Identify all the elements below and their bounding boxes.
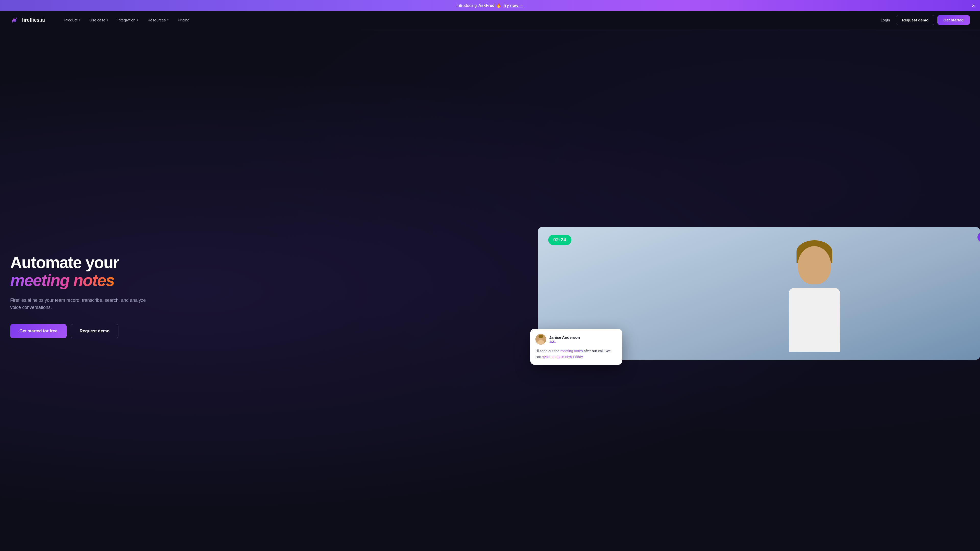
hero-content: Automate your meeting notes Fireflies.ai… xyxy=(10,248,538,338)
chat-body: I'll send out the meeting notes after ou… xyxy=(535,348,617,360)
logo-icon xyxy=(10,16,19,25)
hero-visual: 02:24 Janice Anderson 1:21 xyxy=(538,227,970,360)
logo-link[interactable]: fireflies.ai xyxy=(10,16,45,25)
nav-item-pricing[interactable]: Pricing xyxy=(174,16,194,24)
chat-time: 1:21 xyxy=(549,340,580,344)
hero-request-demo-button[interactable]: Request demo xyxy=(71,324,118,338)
person-figure xyxy=(693,240,936,360)
usecase-chevron-icon: ▾ xyxy=(107,18,108,22)
svg-point-4 xyxy=(538,335,543,338)
announcement-brand: AskFred xyxy=(478,3,495,8)
chat-header: Janice Anderson 1:21 xyxy=(535,334,617,345)
hero-get-started-button[interactable]: Get started for free xyxy=(10,324,67,338)
nav-item-usecase[interactable]: Use case ▾ xyxy=(85,16,112,24)
nav-item-resources[interactable]: Resources ▾ xyxy=(143,16,173,24)
hero-title-gradient: meeting notes xyxy=(10,271,115,289)
nav-request-demo-button[interactable]: Request demo xyxy=(896,15,934,25)
announcement-cta[interactable]: Try now → xyxy=(503,3,523,8)
resources-chevron-icon: ▾ xyxy=(167,18,169,22)
nav-links: Product ▾ Use case ▾ Integration ▾ Resou… xyxy=(60,16,878,24)
nav-get-started-button[interactable]: Get started xyxy=(937,15,970,25)
announcement-banner: Introducing AskFred 🔥 Try now → × xyxy=(0,0,980,11)
navbar: fireflies.ai Product ▾ Use case ▾ Integr… xyxy=(0,11,980,29)
chat-card: Janice Anderson 1:21 I'll send out the m… xyxy=(530,329,622,365)
hero-section: Automate your meeting notes Fireflies.ai… xyxy=(0,29,980,551)
chat-name: Janice Anderson xyxy=(549,335,580,340)
chat-link-meeting-notes[interactable]: meeting notes xyxy=(560,349,583,353)
hero-description: Fireflies.ai helps your team record, tra… xyxy=(10,297,153,311)
hero-buttons: Get started for free Request demo xyxy=(10,324,528,338)
logo-text: fireflies.ai xyxy=(22,17,45,23)
nav-item-product[interactable]: Product ▾ xyxy=(60,16,84,24)
integration-chevron-icon: ▾ xyxy=(137,18,138,22)
timer-badge: 02:24 xyxy=(548,235,571,245)
avatar xyxy=(535,334,546,345)
chat-link-sync-up[interactable]: sync up again next Friday. xyxy=(542,355,584,359)
nav-actions: Login Request demo Get started xyxy=(878,15,970,25)
person-body xyxy=(789,288,840,352)
nav-login-link[interactable]: Login xyxy=(878,16,893,24)
person-head xyxy=(798,246,831,284)
nav-item-integration[interactable]: Integration ▾ xyxy=(113,16,142,24)
banner-close-button[interactable]: × xyxy=(972,3,975,8)
chat-user-info: Janice Anderson 1:21 xyxy=(549,335,580,344)
announcement-emoji: 🔥 xyxy=(496,3,501,8)
product-chevron-icon: ▾ xyxy=(79,18,80,22)
hero-title: Automate your meeting notes xyxy=(10,254,528,289)
announcement-text-before: Introducing xyxy=(457,3,477,8)
chat-text-before: I'll send out the xyxy=(535,349,560,353)
